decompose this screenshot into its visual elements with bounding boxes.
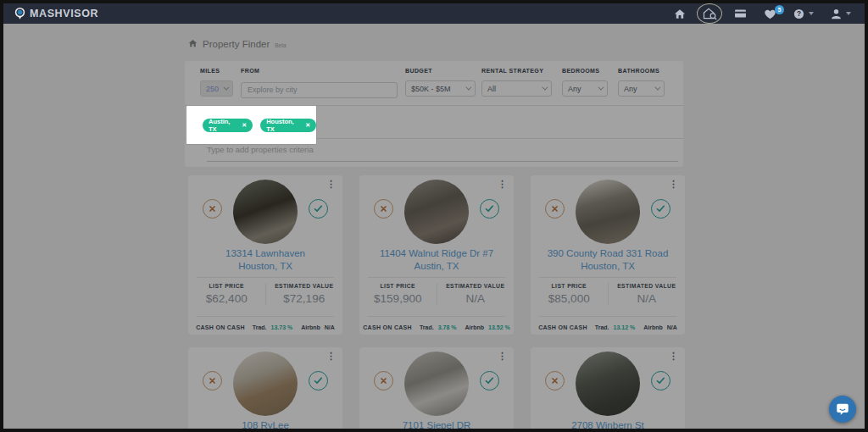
favorites-heart-icon[interactable]: 5 [764, 8, 776, 19]
property-city-link[interactable]: Houston, TX [188, 260, 342, 273]
x-icon [209, 205, 216, 213]
bathrooms-select[interactable]: Any [618, 80, 665, 97]
property-address-link[interactable]: 13314 Lawnhaven [188, 247, 342, 260]
estimated-value-label: ESTIMATED VALUE [266, 283, 343, 289]
filters-row: MILES 250 FROM BUDGET $50K - $5M RENT [185, 61, 683, 106]
accept-property-button[interactable] [480, 371, 499, 390]
accept-property-button[interactable] [309, 371, 328, 390]
reject-property-button[interactable] [545, 199, 565, 219]
estimated-value-value: N/A [437, 292, 515, 305]
list-price-value: $62,400 [188, 292, 265, 305]
trad-label: Trad. [253, 324, 267, 330]
screenshot-frame: MASHVISOR 5 ? [0, 0, 868, 432]
x-icon [551, 205, 559, 213]
user-menu-icon[interactable] [831, 8, 851, 19]
list-price-stat: LIST PRICE $62,400 [188, 283, 265, 305]
user-caret-icon [846, 12, 851, 15]
property-address-link[interactable]: 2708 Winbern St [531, 419, 685, 429]
chat-icon [835, 402, 850, 417]
check-icon [656, 205, 665, 213]
list-price-label: LIST PRICE [359, 283, 437, 289]
property-address-link[interactable]: 7101 Siepel DR [359, 419, 514, 429]
mashvisor-logo[interactable]: MASHVISOR [14, 7, 98, 20]
rental-strategy-label: RENTAL STRATEGY [481, 68, 552, 74]
bedrooms-filter: BEDROOMS Any [562, 68, 608, 97]
accept-property-button[interactable] [651, 199, 670, 219]
airbnb-value: 13.52 % [488, 324, 510, 330]
mashvisor-pin-icon [14, 7, 25, 20]
budget-select[interactable]: $50K - $5M [405, 80, 476, 97]
card-top [359, 175, 514, 246]
airbnb-label: Airbnb [465, 324, 484, 330]
check-icon [485, 377, 494, 385]
property-city-link[interactable]: Austin, TX [359, 260, 514, 273]
list-price-label: LIST PRICE [188, 283, 265, 289]
cash-on-cash-label: CASH ON CASH [363, 324, 412, 330]
bedrooms-select[interactable]: Any [562, 80, 608, 97]
property-photo[interactable] [233, 180, 298, 244]
miles-select[interactable]: 250 [200, 80, 233, 97]
accept-property-button[interactable] [651, 371, 670, 390]
trad-value: 13.73 % [271, 324, 293, 330]
property-photo[interactable] [576, 352, 640, 416]
trad-value: 3.78 % [438, 324, 457, 330]
rental-strategy-filter: RENTAL STRATEGY All [481, 68, 552, 97]
airbnb-value: N/A [667, 324, 677, 330]
bathrooms-label: BATHROOMS [618, 68, 665, 74]
billing-card-icon[interactable] [734, 8, 747, 19]
list-price-stat: LIST PRICE $159,900 [359, 283, 437, 305]
page-title: Property Finder [203, 39, 270, 49]
budget-label: BUDGET [405, 68, 476, 74]
property-card: ⋮ 390 County Road 331 Road Houston, TX L… [531, 175, 685, 335]
property-photo[interactable] [404, 352, 469, 416]
x-icon [380, 377, 387, 385]
help-icon[interactable]: ? [793, 8, 814, 19]
chat-launcher-button[interactable] [829, 396, 856, 423]
property-card: ⋮ 7101 Siepel DR Austin, TX LIST PRICE E… [359, 347, 514, 429]
accept-property-button[interactable] [309, 199, 328, 219]
cash-on-cash-row: CASH ON CASH Trad. 13.73 % Airbnb N/A [188, 317, 342, 330]
reject-property-button[interactable] [203, 371, 222, 390]
breadcrumb-home-icon [188, 39, 198, 47]
property-city-link[interactable]: Houston, TX [531, 260, 685, 273]
remove-tag-icon[interactable]: ✕ [305, 122, 310, 128]
miles-filter: MILES 250 [200, 68, 233, 97]
property-photo[interactable] [233, 352, 298, 416]
reject-property-button[interactable] [545, 371, 565, 390]
card-top [531, 347, 685, 418]
accept-property-button[interactable] [480, 199, 499, 219]
top-navbar: MASHVISOR 5 ? [3, 3, 865, 24]
city-tag-houston[interactable]: Houston, TX ✕ [260, 119, 316, 132]
city-tag-austin[interactable]: Austin, TX ✕ [203, 119, 253, 132]
reject-property-button[interactable] [203, 199, 222, 219]
x-icon [209, 377, 216, 385]
reject-property-button[interactable] [374, 199, 393, 219]
property-address-link[interactable]: 11404 Walnut Ridge Dr #7 [359, 247, 514, 260]
miles-value: 250 [206, 85, 219, 93]
property-photo[interactable] [576, 180, 640, 244]
reject-property-button[interactable] [374, 371, 393, 390]
active-nav-ring [697, 3, 722, 24]
property-address-link[interactable]: 390 County Road 331 Road [531, 247, 685, 260]
bathrooms-value: Any [624, 85, 637, 93]
rental-strategy-select[interactable]: All [481, 80, 552, 97]
property-photo[interactable] [404, 180, 469, 244]
check-icon [485, 205, 494, 213]
favorites-count-badge: 5 [775, 5, 784, 14]
navbar-icons: 5 ? [674, 8, 851, 20]
property-card: ⋮ 108 RyLee Austin, TX LIST PRICE ESTIMA… [188, 347, 342, 429]
city-search-input[interactable] [241, 82, 398, 98]
selected-cities-highlight-box: Austin, TX ✕ Houston, TX ✕ [186, 105, 317, 145]
chevron-down-icon [654, 85, 660, 91]
rental-strategy-value: All [487, 85, 496, 93]
brand-name: MASHVISOR [30, 8, 98, 19]
property-finder-icon[interactable] [703, 8, 717, 20]
estimated-value-stat: ESTIMATED VALUE $72,196 [265, 283, 343, 305]
remove-tag-icon[interactable]: ✕ [242, 122, 247, 128]
home-icon[interactable] [674, 8, 686, 19]
property-address-link[interactable]: 108 RyLee [188, 419, 342, 429]
property-card: ⋮ 2708 Winbern St Houston, TX LIST PRICE… [531, 347, 685, 429]
criteria-input[interactable]: Type to add properties criteria [207, 145, 314, 154]
price-stats: LIST PRICE $159,900 ESTIMATED VALUE N/A [359, 278, 514, 312]
estimated-value-label: ESTIMATED VALUE [609, 283, 686, 289]
